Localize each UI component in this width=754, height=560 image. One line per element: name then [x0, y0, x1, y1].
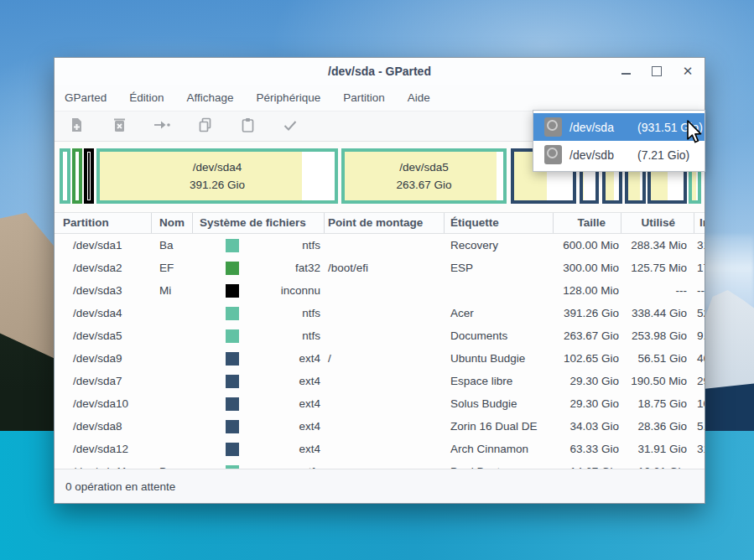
cell-partition: /dev/sda9: [55, 347, 152, 370]
cell-label: Zorin 16 Dual DE: [445, 415, 554, 438]
filesystem-color-swatch: [226, 307, 239, 320]
cell-mountpoint: /: [325, 347, 445, 370]
cell-mountpoint: [325, 370, 445, 392]
filesystem-color-swatch: [226, 284, 239, 298]
cell-label: Arch Cinnamon: [445, 438, 554, 460]
delete-partition-button[interactable]: [110, 117, 128, 136]
table-row-sda8[interactable]: /dev/sda8ext4Zorin 16 Dual DE34.03 Gio28…: [55, 415, 705, 438]
device-option-sda[interactable]: /dev/sda(931.51 Gio): [533, 113, 705, 141]
bar-segment-sda5[interactable]: /dev/sda5263.67 Gio: [341, 148, 507, 204]
column-header-filesystem: Système de fichiers: [193, 213, 325, 233]
cell-mountpoint: [325, 460, 445, 469]
cell-unused: 29.11 Gio: [694, 370, 705, 392]
table-row-sda5[interactable]: /dev/sda5ntfsDocuments263.67 Gio253.98 G…: [55, 324, 705, 347]
cell-unused: 31.42 Gio: [694, 438, 705, 460]
column-header-mountpoint: Point de montage: [325, 213, 445, 233]
menu-item-priphrique[interactable]: Périphérique: [257, 91, 321, 104]
cell-partition: /dev/sda11: [55, 460, 152, 469]
cell-unused: 10.55 Gio: [694, 392, 705, 415]
partition-table: PartitionNomSystème de fichiersPoint de …: [55, 213, 705, 469]
table-row-sda7[interactable]: /dev/sda7ext4Espace libre29.30 Gio190.50…: [55, 370, 705, 392]
table-header: PartitionNomSystème de fichiersPoint de …: [55, 213, 705, 234]
cell-name: Ba: [152, 234, 193, 257]
menu-item-partition[interactable]: Partition: [343, 91, 385, 104]
resize-move-icon: [153, 117, 171, 137]
cell-mountpoint: [325, 392, 445, 415]
cell-name: [152, 302, 193, 324]
filesystem-name: ntfs: [239, 234, 325, 257]
bar-segment-sda2[interactable]: [72, 148, 82, 204]
table-row-sda11[interactable]: /dev/sda11BantfsDual Boot14.67 Gio10.31 …: [55, 460, 705, 469]
cell-unused: 174.25 Mio: [694, 257, 705, 279]
filesystem-color-swatch: [226, 239, 239, 252]
minimize-button[interactable]: [620, 65, 632, 77]
device-dropdown: /dev/sda(931.51 Gio)/dev/sdb(7.21 Gio): [533, 110, 705, 172]
filesystem-name: fat32: [239, 257, 325, 279]
copy-button[interactable]: [195, 117, 214, 136]
table-row-sda3[interactable]: /dev/sda3Miinconnu128.00 Mio------: [55, 279, 705, 302]
filesystem-name: ext4: [239, 347, 325, 370]
filesystem-color-swatch: [226, 397, 239, 411]
cell-mountpoint: [325, 438, 445, 460]
paste-icon: [240, 117, 256, 137]
cell-mountpoint: [325, 324, 445, 347]
apply-button[interactable]: [281, 117, 299, 136]
bar-label-size: 391.26 Gio: [190, 179, 245, 191]
cell-unused: 5.67 Gio: [694, 415, 705, 438]
maximize-button[interactable]: [651, 65, 663, 77]
column-header-unused: Inutilisé: [694, 213, 705, 233]
window-title: /dev/sda - GParted: [328, 65, 431, 78]
table-row-sda2[interactable]: /dev/sda2EFfat32/boot/efiESP300.00 Mio12…: [55, 257, 705, 279]
pending-operations-text: 0 opération en attente: [65, 480, 175, 493]
cell-size: 34.03 Gio: [554, 415, 621, 438]
bar-segment-sda1[interactable]: [60, 148, 70, 204]
cell-label: Solus Budgie: [445, 392, 554, 415]
resize-move-button[interactable]: [153, 117, 171, 136]
cell-label: Acer: [445, 302, 554, 324]
cell-filesystem: inconnu: [193, 279, 325, 302]
cell-used: 31.91 Gio: [621, 438, 694, 460]
device-option-sdb[interactable]: /dev/sdb(7.21 Gio): [533, 141, 705, 169]
close-button[interactable]: ✕: [682, 65, 694, 77]
filesystem-name: ext4: [239, 438, 325, 460]
filesystem-name: ext4: [239, 370, 325, 392]
copy-icon: [197, 117, 213, 137]
filesystem-color-swatch: [226, 443, 239, 456]
bar-segment-sda3[interactable]: [84, 148, 94, 204]
bar-label-device: /dev/sda4: [193, 161, 242, 174]
filesystem-color-swatch: [226, 375, 239, 388]
cell-name: [152, 370, 193, 392]
cell-label: Dual Boot: [445, 460, 554, 469]
cell-used: 56.51 Gio: [621, 347, 694, 370]
paste-button[interactable]: [238, 117, 257, 136]
statusbar: 0 opération en attente: [55, 469, 705, 503]
cell-filesystem: ext4: [193, 438, 325, 460]
bar-segment-label: /dev/sda4391.26 Gio: [100, 152, 335, 200]
cell-partition: /dev/sda10: [55, 392, 152, 415]
cell-label: ESP: [445, 257, 554, 279]
cell-mountpoint: [325, 415, 445, 438]
bar-segment-sda4[interactable]: /dev/sda4391.26 Gio: [96, 148, 338, 204]
column-header-nom: Nom: [152, 213, 193, 233]
new-partition-button[interactable]: [67, 117, 86, 136]
menu-item-dition[interactable]: Édition: [129, 91, 164, 104]
filesystem-name: ext4: [239, 415, 325, 438]
cell-partition: /dev/sda1: [55, 234, 152, 257]
cell-size: 63.33 Gio: [554, 438, 621, 460]
cell-filesystem: ntfs: [193, 324, 325, 347]
menu-item-affichage[interactable]: Affichage: [187, 91, 234, 104]
menu-item-gparted[interactable]: GParted: [65, 91, 107, 104]
table-row-sda9[interactable]: /dev/sda9ext4/Ubuntu Budgie102.65 Gio56.…: [55, 347, 705, 370]
menu-item-aide[interactable]: Aide: [408, 91, 430, 104]
cell-used: ---: [621, 279, 694, 302]
cell-size: 128.00 Mio: [554, 279, 621, 302]
cell-name: Ba: [152, 460, 193, 469]
cell-size: 600.00 Mio: [554, 234, 621, 257]
table-row-sda1[interactable]: /dev/sda1BantfsRecovery600.00 Mio288.34 …: [55, 234, 705, 257]
cell-used: 338.44 Gio: [621, 302, 694, 324]
cell-used: 253.98 Gio: [621, 324, 694, 347]
table-row-sda4[interactable]: /dev/sda4ntfsAcer391.26 Gio338.44 Gio52.…: [55, 302, 705, 324]
table-row-sda10[interactable]: /dev/sda10ext4Solus Budgie29.30 Gio18.75…: [55, 392, 705, 415]
titlebar[interactable]: /dev/sda - GParted ✕: [55, 58, 705, 85]
table-row-sda12[interactable]: /dev/sda12ext4Arch Cinnamon63.33 Gio31.9…: [55, 438, 705, 460]
